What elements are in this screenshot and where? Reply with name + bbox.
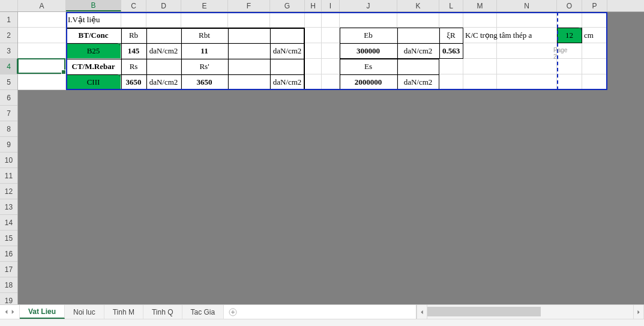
cell-A1[interactable] <box>18 12 66 28</box>
cell-E4[interactable]: Rs' <box>181 59 228 74</box>
cell-J4[interactable]: Es <box>340 59 397 74</box>
cell-I3[interactable] <box>322 43 340 59</box>
row-header-5[interactable]: 5 <box>0 74 17 90</box>
row-header-17[interactable]: 17 <box>0 262 17 277</box>
cell-I5[interactable] <box>322 74 340 90</box>
column-header-P[interactable]: P <box>582 0 607 11</box>
column-header-L[interactable]: L <box>439 0 463 11</box>
column-header-I[interactable]: I <box>322 0 340 11</box>
cell-M3[interactable] <box>463 43 497 59</box>
cell-C3[interactable]: 145 <box>121 43 146 59</box>
cell-L1[interactable] <box>439 12 463 28</box>
scroll-right-button[interactable] <box>633 305 644 319</box>
cell-H3[interactable] <box>305 43 322 59</box>
row-header-1[interactable]: 1 <box>0 12 17 28</box>
cell-L5[interactable] <box>439 74 463 90</box>
cell-F5[interactable] <box>228 74 270 90</box>
cell-E5[interactable]: 3650 <box>181 74 228 90</box>
row-header-6[interactable]: 6 <box>0 90 17 106</box>
cell-I1[interactable] <box>322 12 340 28</box>
scroll-track[interactable] <box>427 305 633 319</box>
cell-J3[interactable]: 300000 <box>340 43 397 59</box>
cell-L2[interactable]: ξR <box>439 28 463 43</box>
cell-D3[interactable]: daN/cm2 <box>146 43 181 59</box>
row-header-8[interactable]: 8 <box>0 121 17 137</box>
row-header-13[interactable]: 13 <box>0 199 17 215</box>
row-header-9[interactable]: 9 <box>0 137 17 152</box>
horizontal-scrollbar[interactable] <box>416 305 644 319</box>
cell-P4[interactable] <box>582 59 607 74</box>
cell-B2[interactable]: BT/Conc <box>66 28 121 43</box>
cell-G4[interactable] <box>270 59 305 74</box>
column-header-E[interactable]: E <box>181 0 228 11</box>
cell-M4[interactable] <box>463 59 497 74</box>
cell-C2[interactable]: Rb <box>121 28 146 43</box>
column-header-B[interactable]: B <box>66 0 121 11</box>
cell-H2[interactable] <box>305 28 322 43</box>
cell-H5[interactable] <box>305 74 322 90</box>
cell-M1[interactable] <box>463 12 497 28</box>
tab-nav-buttons[interactable] <box>0 305 20 319</box>
cell-D2[interactable] <box>146 28 181 43</box>
scroll-left-button[interactable] <box>417 305 427 319</box>
cell-E1[interactable] <box>181 12 228 28</box>
cell-F2[interactable] <box>228 28 270 43</box>
column-header-N[interactable]: N <box>497 0 557 11</box>
cell-N1[interactable] <box>497 12 557 28</box>
row-header-14[interactable]: 14 <box>0 215 17 231</box>
row-header-11[interactable]: 11 <box>0 168 17 184</box>
column-header-K[interactable]: K <box>397 0 439 11</box>
row-header-12[interactable]: 12 <box>0 184 17 199</box>
cell-A5[interactable] <box>18 74 66 90</box>
cell-C5[interactable]: 3650 <box>121 74 146 90</box>
cell-C4[interactable]: Rs <box>121 59 146 74</box>
column-header-H[interactable]: H <box>305 0 322 11</box>
row-header-2[interactable]: 2 <box>0 28 17 43</box>
row-header-7[interactable]: 7 <box>0 106 17 121</box>
row-header-4[interactable]: 4 <box>0 59 17 74</box>
column-header-O[interactable]: O <box>557 0 582 11</box>
cell-F4[interactable] <box>228 59 270 74</box>
sheet-tab-tac-gia[interactable]: Tac Gia <box>182 305 224 319</box>
sheet-tab-tinh-m[interactable]: Tinh M <box>104 305 143 319</box>
row-header-3[interactable]: 3 <box>0 43 17 59</box>
cell-A3[interactable] <box>18 43 66 59</box>
select-all-corner[interactable] <box>0 0 18 11</box>
column-header-J[interactable]: J <box>340 0 397 11</box>
cell-D4[interactable] <box>146 59 181 74</box>
cell-J1[interactable] <box>340 12 397 28</box>
cell-K5[interactable]: daN/cm2 <box>397 74 439 90</box>
add-sheet-button[interactable] <box>224 305 242 319</box>
cell-G1[interactable] <box>270 12 305 28</box>
row-header-18[interactable]: 18 <box>0 277 17 293</box>
cell-G5[interactable]: daN/cm2 <box>270 74 305 90</box>
cell-P2[interactable]: cm <box>582 28 607 43</box>
cell-B4[interactable]: CT/M.Rebar <box>66 59 121 74</box>
cell-L4[interactable] <box>439 59 463 74</box>
cell-P3[interactable] <box>582 43 607 59</box>
cell-N3[interactable] <box>497 43 557 59</box>
cell-J2[interactable]: Eb <box>340 28 397 43</box>
cell-G3[interactable]: daN/cm2 <box>270 43 305 59</box>
cell-D1[interactable] <box>146 12 181 28</box>
cell-I4[interactable] <box>322 59 340 74</box>
cell-B1[interactable]: I.Vật liệu <box>66 12 121 28</box>
cell-P1[interactable] <box>582 12 607 28</box>
cell-F1[interactable] <box>228 12 270 28</box>
row-header-16[interactable]: 16 <box>0 246 17 262</box>
cell-A2[interactable] <box>18 28 66 43</box>
cell-E3[interactable]: 11 <box>181 43 228 59</box>
column-header-D[interactable]: D <box>146 0 181 11</box>
cell-J5[interactable]: 2000000 <box>340 74 397 90</box>
cell-O4[interactable] <box>557 59 582 74</box>
cell-O1[interactable] <box>557 12 582 28</box>
cell-P5[interactable] <box>582 74 607 90</box>
cell-K2[interactable] <box>397 28 439 43</box>
sheet-tab-tinh-q[interactable]: Tinh Q <box>143 305 182 319</box>
cell-K1[interactable] <box>397 12 439 28</box>
column-header-C[interactable]: C <box>121 0 146 11</box>
cell-B3[interactable]: B25 <box>66 43 121 59</box>
cell-M5[interactable] <box>463 74 497 90</box>
sheet-tab-noi-luc[interactable]: Noi luc <box>65 305 104 319</box>
cell-E2[interactable]: Rbt <box>181 28 228 43</box>
